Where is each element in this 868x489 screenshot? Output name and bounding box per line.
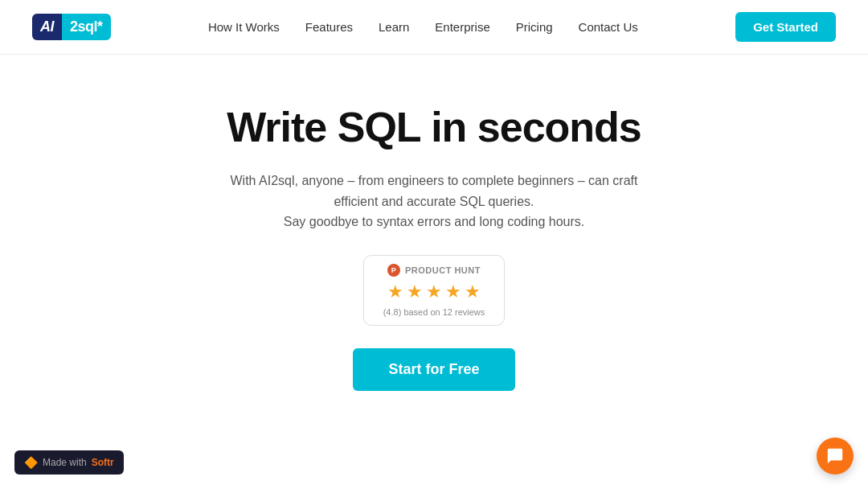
hero-title: Write SQL in seconds [227,103,641,151]
softr-badge[interactable]: 🔶 Made with Softr [14,450,124,475]
logo-link[interactable]: AI 2sql* [32,14,111,40]
star-3: ★ [426,281,442,302]
hero-subtitle: With AI2sql, anyone – from engineers to … [209,171,659,232]
nav-item-features[interactable]: Features [305,20,353,34]
chat-icon [826,447,844,465]
logo-sql-part: 2sql* [62,14,111,40]
ph-label: PRODUCT HUNT [405,265,481,275]
star-1: ★ [387,281,403,302]
ph-stars: ★ ★ ★ ★ ★ [387,281,481,302]
ph-header: P PRODUCT HUNT [387,264,481,277]
softr-made-label: Made with [43,457,87,468]
product-hunt-badge: P PRODUCT HUNT ★ ★ ★ ★ ★ (4.8) based on … [363,255,506,326]
star-5: ★ [465,281,481,302]
star-2: ★ [407,281,423,302]
get-started-button[interactable]: Get Started [735,12,836,42]
ph-review: (4.8) based on 12 reviews [383,307,485,317]
softr-brand-label: Softr [92,457,114,468]
softr-icon: 🔶 [24,456,38,469]
nav-item-learn[interactable]: Learn [379,20,409,34]
nav-item-contact-us[interactable]: Contact Us [579,20,638,34]
star-4: ★ [445,281,461,302]
ph-icon: P [387,264,400,277]
nav-item-how-it-works[interactable]: How It Works [208,20,280,34]
logo-ai-part: AI [32,14,62,40]
nav-item-pricing[interactable]: Pricing [516,20,553,34]
chat-button[interactable] [817,438,854,475]
navbar: AI 2sql* How It Works Features Learn Ent… [0,0,868,55]
start-for-free-button[interactable]: Start for Free [353,348,514,391]
nav-item-enterprise[interactable]: Enterprise [435,20,489,34]
nav-links: How It Works Features Learn Enterprise P… [208,20,638,35]
hero-section: Write SQL in seconds With AI2sql, anyone… [0,55,868,423]
